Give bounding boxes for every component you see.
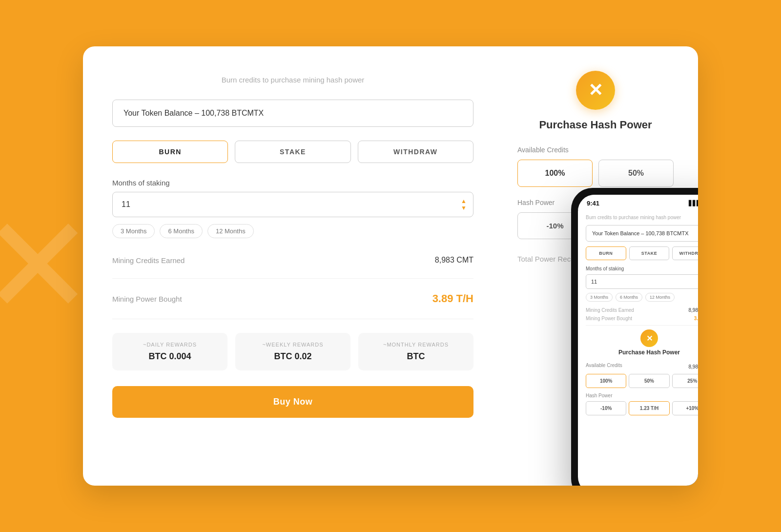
phone-chips: 3 Months 6 Months 12 Months (586, 293, 698, 302)
credits-section: Available Credits 100% 50% (517, 146, 674, 187)
daily-reward-card: ~DAILY REWARDS BTC 0.004 (112, 333, 227, 370)
phone-credit-100[interactable]: 100% (586, 374, 626, 388)
main-card: Burn credits to purchase mining hash pow… (83, 46, 698, 486)
weekly-reward-value: BTC 0.02 (242, 351, 344, 362)
phone-status-icons: ▋▋▋ ∿ ▮ (689, 200, 698, 206)
weekly-reward-label: ~WEEKLY REWARDS (242, 342, 344, 348)
phone-credits-earned-label: Mining Credits Earned (586, 307, 634, 313)
arrow-up-icon[interactable]: ▲ (461, 198, 467, 204)
logo-x-icon: ✕ (588, 80, 603, 101)
divider-2 (112, 319, 473, 319)
phone-spinner-icon: ▲▼ (698, 279, 698, 285)
phone-time: 9:41 (587, 200, 599, 207)
phone-credit-50[interactable]: 50% (629, 374, 669, 388)
chip-3-months[interactable]: 3 Months (112, 224, 155, 238)
phone-chip-12[interactable]: 12 Months (645, 293, 675, 302)
left-panel: Burn credits to purchase mining hash pow… (83, 46, 503, 486)
phone-hash-power-label: Hash Power (586, 393, 698, 398)
monthly-reward-label: ~MONTHLY REWARDS (365, 342, 467, 348)
action-buttons: BURN STAKE WITHDRAW (112, 141, 473, 163)
mining-credits-label: Mining Credits Earned (112, 256, 185, 265)
months-chips: 3 Months 6 Months 12 Months (112, 224, 473, 238)
credit-100-button[interactable]: 100% (517, 160, 593, 187)
signal-icon: ▋▋▋ (689, 200, 698, 206)
phone-power-bought-label: Mining Power Bought (586, 316, 632, 321)
phone-credit-25[interactable]: 25% (672, 374, 698, 388)
phone-stake-btn[interactable]: STAKE (629, 246, 670, 260)
arrow-down-icon[interactable]: ▼ (461, 205, 467, 211)
right-title: Purchase Hash Power (539, 119, 652, 131)
phone-subtitle: Burn credits to purchase mining hash pow… (586, 215, 698, 220)
phone-available-credits-row: Available Credits 8,983 CMT (586, 363, 698, 371)
chip-12-months[interactable]: 12 Months (207, 224, 254, 238)
phone-hash-minus[interactable]: -10% (586, 401, 626, 415)
phone-burn-btn[interactable]: BURN (586, 246, 626, 260)
phone-logo-row: ✕ Purchase Hash Power (586, 329, 698, 359)
token-balance-text: Your Token Balance – 100,738 BTCMTX (123, 109, 264, 117)
phone-status-bar: 9:41 ▋▋▋ ∿ ▮ (578, 195, 698, 210)
daily-reward-value: BTC 0.004 (119, 351, 221, 362)
phone-available-credits-label: Available Credits (586, 363, 622, 368)
phone-credits-earned-row: Mining Credits Earned 8,983 CMT (586, 307, 698, 313)
phone-months-label: Months of staking (586, 266, 698, 271)
phone-credits-row: 100% 50% 25% (586, 374, 698, 388)
phone-divider (586, 325, 698, 326)
phone-action-btns: BURN STAKE WITHDRAW (586, 246, 698, 260)
subtitle: Burn credits to purchase mining hash pow… (112, 76, 473, 84)
phone-months-value: 11 (591, 279, 597, 285)
buy-now-button[interactable]: Buy Now (112, 386, 473, 418)
logo-circle: ✕ (576, 71, 615, 110)
token-balance-box: Your Token Balance – 100,738 BTCMTX (112, 100, 473, 127)
phone-credits-earned-value: 8,983 CMT (689, 307, 698, 313)
phone-chip-6[interactable]: 6 Months (616, 293, 642, 302)
phone-hash-plus[interactable]: +10% (672, 401, 698, 415)
phone-hash-row: -10% 1.23 T/H +10% (586, 401, 698, 415)
credit-50-button[interactable]: 50% (598, 160, 674, 187)
phone-logo-x-icon: ✕ (646, 334, 653, 343)
stake-button[interactable]: STAKE (235, 141, 350, 163)
phone-content: Burn credits to purchase mining hash pow… (578, 210, 698, 486)
available-credits-label: Available Credits (517, 146, 674, 154)
mining-credits-value: 8,983 CMT (435, 256, 473, 265)
weekly-reward-card: ~WEEKLY REWARDS BTC 0.02 (235, 333, 350, 370)
mining-power-row: Mining Power Bought 3.89 T/H (112, 292, 473, 305)
divider-1 (112, 278, 473, 279)
phone-available-credits-value: 8,983 CMT (689, 364, 698, 369)
monthly-reward-card: ~MONTHLY REWARDS BTC (358, 333, 473, 370)
phone-mockup: 9:41 ▋▋▋ ∿ ▮ Burn credits to purchase mi… (571, 188, 698, 486)
phone-balance: Your Token Balance – 100,738 BTCMTX (586, 225, 698, 242)
mining-credits-row: Mining Credits Earned 8,983 CMT (112, 256, 473, 265)
rewards-row: ~DAILY REWARDS BTC 0.004 ~WEEKLY REWARDS… (112, 333, 473, 370)
mining-power-label: Mining Power Bought (112, 295, 182, 303)
phone-power-bought-value: 3.89 T/H (694, 316, 698, 321)
burn-button[interactable]: BURN (112, 141, 228, 163)
credits-buttons: 100% 50% (517, 160, 674, 187)
chip-6-months[interactable]: 6 Months (160, 224, 202, 238)
mining-power-value: 3.89 T/H (432, 292, 473, 305)
monthly-reward-value: BTC (365, 351, 467, 362)
months-label: Months of staking (112, 179, 473, 187)
phone-hash-value[interactable]: 1.23 T/H (629, 401, 669, 415)
months-input[interactable] (112, 192, 473, 217)
phone-screen: 9:41 ▋▋▋ ∿ ▮ Burn credits to purchase mi… (578, 195, 698, 486)
daily-reward-label: ~DAILY REWARDS (119, 342, 221, 348)
withdraw-button[interactable]: WITHDRAW (358, 141, 473, 163)
phone-logo-circle: ✕ (640, 329, 658, 347)
phone-right-title: Purchase Hash Power (618, 349, 680, 356)
spinner-arrows[interactable]: ▲ ▼ (461, 198, 467, 211)
phone-months-input[interactable]: 11 ▲▼ (586, 274, 698, 289)
phone-power-bought-row: Mining Power Bought 3.89 T/H (586, 316, 698, 321)
phone-withdraw-btn[interactable]: WITHDRAW (672, 246, 698, 260)
months-input-wrapper: ▲ ▼ (112, 192, 473, 217)
phone-chip-3[interactable]: 3 Months (586, 293, 613, 302)
